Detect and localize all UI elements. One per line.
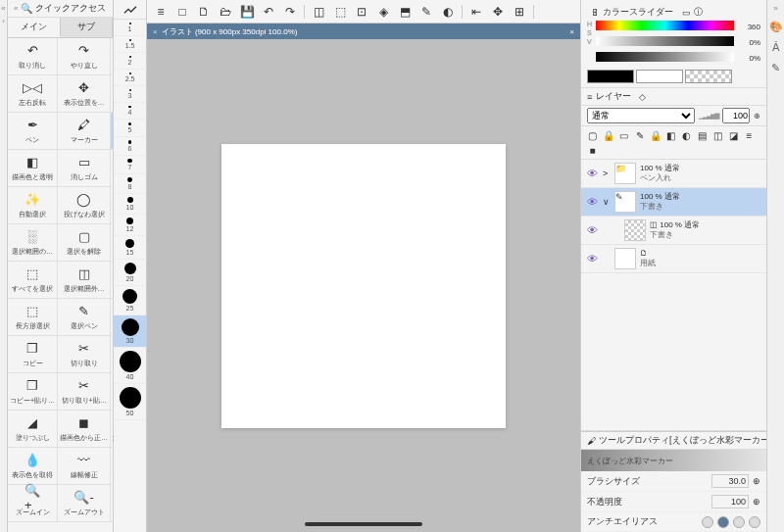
opacity-input[interactable] <box>722 108 750 123</box>
toolbar-btn-11[interactable]: ◈ <box>373 3 393 21</box>
brush-size-12[interactable]: 12 <box>114 215 146 236</box>
pen-tool-icon[interactable]: ✎ <box>771 62 780 74</box>
brush-size-25[interactable]: 25 <box>114 286 146 315</box>
tool-30[interactable]: ◢塗りつぶし <box>8 411 58 448</box>
layer-btn-3[interactable]: ✎ <box>632 128 647 142</box>
toolbar-btn-1[interactable]: □ <box>172 3 192 21</box>
layer-btn-1[interactable]: 🔒 <box>601 128 615 142</box>
layer-btn-10[interactable]: ≡ <box>742 128 757 142</box>
layer-btn-6[interactable]: ◐ <box>679 128 694 142</box>
tool-9[interactable]: ◧描画色と透明 <box>8 150 58 187</box>
tool-18[interactable]: ⬚すべてを選択 <box>8 262 58 299</box>
sat-slider[interactable] <box>596 36 734 46</box>
collapse-left-icon[interactable]: « <box>1 4 5 13</box>
tool-34[interactable]: 〰線幅修正 <box>58 448 111 485</box>
swatch-transparent[interactable] <box>685 70 732 83</box>
brush-size-7[interactable]: 7 <box>114 156 146 174</box>
tool-36[interactable]: 🔍+ズームイン <box>8 485 58 522</box>
layer-dropdown-icon[interactable]: ◇ <box>639 92 646 102</box>
toolbar-btn-3[interactable]: 🗁 <box>216 3 235 21</box>
hue-slider[interactable] <box>596 21 734 30</box>
opacity-slider-icon[interactable]: ▁▂▃▅▆ <box>699 112 718 120</box>
tool-12[interactable]: ✨自動選択 <box>8 187 58 224</box>
tool-37[interactable]: 🔍-ズームアウト <box>58 485 111 522</box>
toolbar-btn-0[interactable]: ≡ <box>151 3 171 21</box>
layer-btn-2[interactable]: ▭ <box>616 128 631 142</box>
toolbar-btn-5[interactable]: ↶ <box>259 3 278 21</box>
swatch-background[interactable] <box>636 70 683 83</box>
visibility-icon[interactable]: 👁 <box>585 168 599 179</box>
layer-btn-0[interactable]: ▢ <box>585 128 600 142</box>
close-icon[interactable]: × <box>569 27 574 36</box>
toolbar-btn-16[interactable]: ⇤ <box>466 3 486 21</box>
tool-25[interactable]: ✂切り取り <box>58 336 111 373</box>
brush-size-15[interactable]: 15 <box>114 236 146 260</box>
brush-size-2.5[interactable]: 2.5 <box>114 70 146 86</box>
tool-1[interactable]: ↷やり直し <box>58 38 111 75</box>
toolbar-btn-18[interactable]: ⊞ <box>510 3 529 21</box>
palette-icon[interactable]: 🎨 <box>769 21 783 33</box>
layer-item-3[interactable]: 👁🗋 用紙 <box>581 245 766 273</box>
tool-16[interactable]: ▢選択を解除 <box>58 224 111 262</box>
collapse-left2-icon[interactable]: ‹ <box>2 17 5 25</box>
brush-size-10[interactable]: 10 <box>114 194 146 215</box>
expand-icon[interactable]: ∨ <box>603 197 611 207</box>
toolbar-btn-8[interactable]: ◫ <box>309 3 328 21</box>
toolbar-btn-13[interactable]: ✎ <box>416 3 436 21</box>
brush-size-2[interactable]: 2 <box>114 53 146 70</box>
toolbar-btn-12[interactable]: ⬒ <box>395 3 415 21</box>
expand-icon[interactable]: > <box>603 169 611 178</box>
document-tab[interactable]: × イラスト (900 x 900px 350dpi 100.0%) × <box>147 24 580 39</box>
brush-size-1[interactable]: 1 <box>114 20 146 36</box>
brush-size-5[interactable]: 5 <box>114 120 146 137</box>
tool-7[interactable]: 🖍マーカー <box>58 113 111 150</box>
brush-size-1.5[interactable]: 1.5 <box>114 36 146 53</box>
panel-extra1-icon[interactable]: ▭ <box>682 8 691 18</box>
toolbar-btn-2[interactable]: 🗋 <box>194 3 214 21</box>
opacity-value[interactable]: 100 <box>711 495 749 508</box>
brush-size-stepper-icon[interactable]: ⊕ <box>753 476 760 486</box>
quick-access-bar[interactable]: « 🔍 クイックアクセス <box>8 0 113 18</box>
layer-btn-8[interactable]: ◫ <box>710 128 725 142</box>
tool-21[interactable]: ⬚長方形選択 <box>8 299 58 336</box>
tool-19[interactable]: ◫選択範囲外… <box>58 262 111 299</box>
toolbar-btn-17[interactable]: ✥ <box>488 3 508 21</box>
brush-size-20[interactable]: 20 <box>114 260 146 286</box>
layer-btn-11[interactable]: ■ <box>585 143 600 157</box>
tool-15[interactable]: ░選択範囲の… <box>8 224 58 262</box>
swatch-foreground[interactable] <box>587 70 634 83</box>
visibility-icon[interactable]: 👁 <box>585 196 599 208</box>
brush-size-3[interactable]: 3 <box>114 86 146 103</box>
text-icon[interactable]: Ǎ <box>772 41 780 54</box>
layer-item-1[interactable]: 👁∨✎100 % 通常下書き <box>581 188 766 217</box>
layer-item-0[interactable]: 👁>📁100 % 通常ペン入れ <box>581 160 766 188</box>
panel-extra2-icon[interactable]: ⓘ <box>694 6 703 19</box>
tool-28[interactable]: ✂切り取り+貼… <box>58 373 111 411</box>
blend-mode-select[interactable]: 通常 <box>587 108 695 123</box>
tab-sub[interactable]: サブ <box>61 18 114 37</box>
brush-size-30[interactable]: 30 <box>114 315 146 348</box>
brush-size-6[interactable]: 6 <box>114 137 146 156</box>
toolbar-btn-4[interactable]: 💾 <box>237 3 257 21</box>
opacity-stepper-icon[interactable]: ⊕ <box>753 497 760 507</box>
tool-24[interactable]: ❐コピー <box>8 336 58 373</box>
tool-22[interactable]: ✎選択ペン <box>58 299 111 336</box>
tool-10[interactable]: ▭消しゴム <box>58 150 111 187</box>
toolbar-btn-6[interactable]: ↷ <box>280 3 300 21</box>
tool-13[interactable]: ◯投げなわ選択 <box>58 187 111 224</box>
val-slider[interactable] <box>596 52 734 62</box>
brush-size-8[interactable]: 8 <box>114 174 146 194</box>
tool-3[interactable]: ▷◁左右反転 <box>8 75 58 113</box>
tab-main[interactable]: メイン <box>8 18 61 37</box>
layer-btn-7[interactable]: ▤ <box>695 128 710 142</box>
stepper-icon[interactable]: ⊕ <box>754 112 760 121</box>
tool-31[interactable]: ◼描画色から正… <box>58 411 111 448</box>
collapse-right-icon[interactable]: » <box>773 4 777 13</box>
layer-btn-5[interactable]: ◧ <box>663 128 678 142</box>
visibility-icon[interactable]: 👁 <box>585 253 599 265</box>
brush-size-4[interactable]: 4 <box>114 103 146 120</box>
visibility-icon[interactable]: 👁 <box>585 224 599 236</box>
toolbar-btn-14[interactable]: ◐ <box>438 3 458 21</box>
brush-size-50[interactable]: 50 <box>114 384 146 420</box>
layer-item-2[interactable]: 👁◫ 100 % 通常下書き <box>581 217 766 245</box>
